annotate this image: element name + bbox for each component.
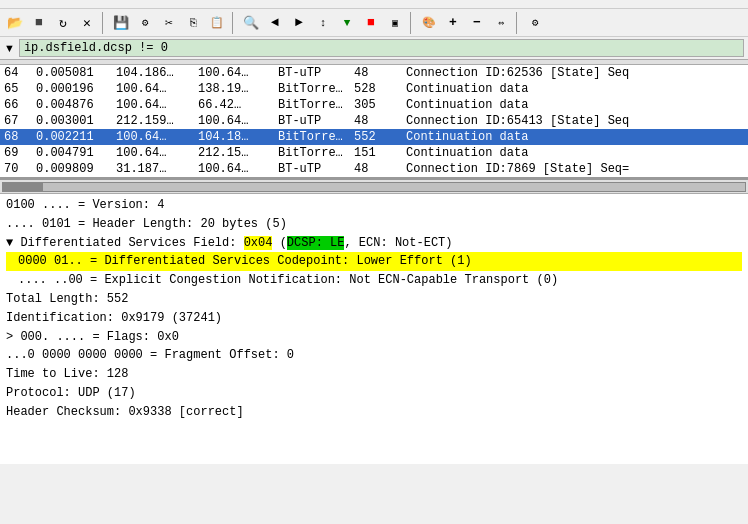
cell-source: 104.186… (112, 66, 194, 80)
detail-line: .... ..00 = Explicit Congestion Notifica… (6, 271, 742, 290)
table-row[interactable]: 70 0.009809 31.187… 100.64… BT-uTP 48 Co… (0, 161, 748, 177)
cell-dest: 212.15… (194, 146, 274, 160)
goto-button[interactable]: ↕ (312, 12, 334, 34)
detail-line: ...0 0000 0000 0000 = Fragment Offset: 0 (6, 346, 742, 365)
menu-file[interactable] (4, 2, 12, 6)
filter-input[interactable] (19, 39, 744, 57)
menu-wireless[interactable] (164, 2, 172, 6)
table-row[interactable]: 69 0.004791 100.64… 212.15… BitTorrent 1… (0, 145, 748, 161)
cell-len: 151 (350, 146, 402, 160)
menu-edit[interactable] (24, 2, 32, 6)
cell-info: Continuation data (402, 82, 748, 96)
cell-len: 48 (350, 114, 402, 128)
cell-len: 305 (350, 98, 402, 112)
cell-no: 67 (0, 114, 32, 128)
cell-proto: BT-uTP (274, 114, 350, 128)
detail-line[interactable]: ▼ Differentiated Services Field: 0x04 (D… (6, 234, 742, 253)
sep2 (232, 12, 236, 34)
find-button[interactable]: 🔍 (240, 12, 262, 34)
cell-len: 48 (350, 66, 402, 80)
sep4 (516, 12, 520, 34)
table-row[interactable]: 68 0.002211 100.64… 104.18… BitTorrent 5… (0, 129, 748, 145)
cell-len: 552 (350, 130, 402, 144)
cell-no: 69 (0, 146, 32, 160)
detail-line: Protocol: UDP (17) (6, 384, 742, 403)
cell-len: 48 (350, 162, 402, 176)
menu-help[interactable] (204, 2, 212, 6)
detail-lines: 0100 .... = Version: 4.... 0101 = Header… (6, 196, 742, 422)
detail-line: Total Length: 552 (6, 290, 742, 309)
packet-list: 64 0.005081 104.186… 100.64… BT-uTP 48 C… (0, 60, 748, 180)
zoomout-button[interactable]: − (466, 12, 488, 34)
cell-source: 100.64… (112, 146, 194, 160)
zoomin-button[interactable]: + (442, 12, 464, 34)
cell-source: 31.187… (112, 162, 194, 176)
save-button[interactable]: 💾 (110, 12, 132, 34)
open-button[interactable]: 📂 (4, 12, 26, 34)
hscroll-thumb[interactable] (3, 183, 43, 191)
cell-time: 0.003001 (32, 114, 112, 128)
menu-tools[interactable] (184, 2, 192, 6)
back-button[interactable]: ◄ (264, 12, 286, 34)
cell-dest: 104.18… (194, 130, 274, 144)
table-row[interactable]: 67 0.003001 212.159… 100.64… BT-uTP 48 C… (0, 113, 748, 129)
menu-capture[interactable] (84, 2, 92, 6)
detail-line: Header Checksum: 0x9338 [correct] (6, 403, 742, 422)
cell-time: 0.004876 (32, 98, 112, 112)
sep1 (102, 12, 106, 34)
cell-time: 0.005081 (32, 66, 112, 80)
detail-line: 0100 .... = Version: 4 (6, 196, 742, 215)
cell-source: 212.159… (112, 114, 194, 128)
restart-button[interactable]: ▣ (384, 12, 406, 34)
menu-analyze[interactable] (104, 2, 112, 6)
menu-telephony[interactable] (144, 2, 152, 6)
menu-view[interactable] (44, 2, 52, 6)
cell-no: 66 (0, 98, 32, 112)
colorize-button[interactable]: 🎨 (418, 12, 440, 34)
menu-statistics[interactable] (124, 2, 132, 6)
hscroll-track[interactable] (2, 182, 746, 192)
cell-time: 0.004791 (32, 146, 112, 160)
cell-len: 528 (350, 82, 402, 96)
detail-line: 0000 01.. = Differentiated Services Code… (6, 252, 742, 271)
menu-bar (0, 0, 748, 9)
table-row[interactable]: 65 0.000196 100.64… 138.19… BitTorrent 5… (0, 81, 748, 97)
capture-start-button[interactable]: ▼ (336, 12, 358, 34)
prefs-button[interactable]: ⚙ (524, 12, 546, 34)
capture-options-button[interactable]: ⚙ (134, 12, 156, 34)
detail-panel: 0100 .... = Version: 4.... 0101 = Header… (0, 194, 748, 464)
filter-label: ▼ (4, 42, 15, 54)
cell-source: 100.64… (112, 98, 194, 112)
cut-button[interactable]: ✂ (158, 12, 180, 34)
cell-source: 100.64… (112, 130, 194, 144)
table-row[interactable]: 66 0.004876 100.64… 66.42… BitTorrent 30… (0, 97, 748, 113)
paste-button[interactable]: 📋 (206, 12, 228, 34)
cell-info: Continuation data (402, 130, 748, 144)
table-row[interactable]: 64 0.005081 104.186… 100.64… BT-uTP 48 C… (0, 65, 748, 81)
cell-info: Continuation data (402, 98, 748, 112)
cell-proto: BT-uTP (274, 162, 350, 176)
copy-button[interactable]: ⎘ (182, 12, 204, 34)
toolbar: 📂 ■ ↻ ✕ 💾 ⚙ ✂ ⎘ 📋 🔍 ◄ ► ↕ ▼ ■ ▣ 🎨 + − ⇔ … (0, 9, 748, 37)
cell-no: 64 (0, 66, 32, 80)
forward-button[interactable]: ► (288, 12, 310, 34)
zoom-normal-button[interactable]: ⇔ (490, 12, 512, 34)
cell-info: Connection ID:62536 [State] Seq (402, 66, 748, 80)
cell-no: 70 (0, 162, 32, 176)
menu-go[interactable] (64, 2, 72, 6)
reload-button[interactable]: ↻ (52, 12, 74, 34)
cell-info: Connection ID:65413 [State] Seq (402, 114, 748, 128)
cell-no: 68 (0, 130, 32, 144)
cell-proto: BitTorrent (274, 130, 350, 144)
detail-line: Time to Live: 128 (6, 365, 742, 384)
cell-time: 0.009809 (32, 162, 112, 176)
stop-button[interactable]: ■ (28, 12, 50, 34)
filter-bar: ▼ (0, 37, 748, 60)
close-button[interactable]: ✕ (76, 12, 98, 34)
horizontal-scrollbar[interactable] (0, 180, 748, 194)
packet-rows: 64 0.005081 104.186… 100.64… BT-uTP 48 C… (0, 65, 748, 177)
detail-line[interactable]: > 000. .... = Flags: 0x0 (6, 328, 742, 347)
cell-proto: BitTorrent (274, 82, 350, 96)
cell-dest: 66.42… (194, 98, 274, 112)
stop-capture-button[interactable]: ■ (360, 12, 382, 34)
